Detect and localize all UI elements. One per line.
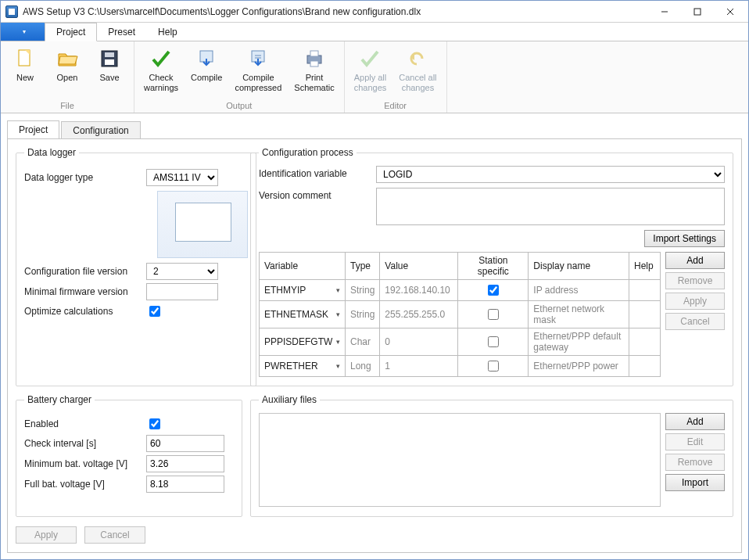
table-row[interactable]: PWRETHER▾ Long 1 Ethernet/PPP power <box>260 356 661 377</box>
undo-icon <box>405 46 430 71</box>
print-schematic-button[interactable]: Print Schematic <box>291 45 337 99</box>
min-firmware-input[interactable] <box>146 283 218 300</box>
svg-rect-13 <box>310 61 318 66</box>
idvar-label: Identification variable <box>259 166 368 179</box>
footer-cancel-button: Cancel <box>84 526 145 544</box>
ribbon-group-editor-label: Editor <box>351 99 440 113</box>
ribbon-group-file: New Open Save File <box>1 41 134 113</box>
compile-compressed-button[interactable]: Compile compressed <box>231 45 285 99</box>
page-tab-project[interactable]: Project <box>7 120 59 139</box>
menu-tab-preset[interactable]: Preset <box>97 23 147 41</box>
page-body: Data logger Data logger type AMS111 IV C… <box>7 138 742 553</box>
ribbon-group-editor: Apply all changes Cancel all changes Edi… <box>345 41 447 113</box>
menubar: Project Preset Help <box>1 23 748 41</box>
window-title: AWS Setup V3 C:\Users\marcelf\Documents\… <box>23 6 648 17</box>
chevron-down-icon[interactable]: ▾ <box>336 338 340 346</box>
vars-add-button[interactable]: Add <box>665 252 725 269</box>
compile-button[interactable]: Compile <box>188 45 225 99</box>
folder-open-icon <box>55 46 80 71</box>
vercomment-label: Version comment <box>259 188 368 201</box>
full-voltage-label: Full bat. voltage [V] <box>24 479 142 490</box>
vars-remove-button: Remove <box>665 272 725 289</box>
optimize-label: Optimize calculations <box>24 306 142 317</box>
svg-rect-8 <box>105 59 114 65</box>
printer-icon <box>302 46 327 71</box>
file-menu[interactable] <box>1 23 45 41</box>
apply-all-button: Apply all changes <box>351 45 390 99</box>
svg-rect-7 <box>105 52 114 57</box>
ribbon-group-output-label: Output <box>141 99 338 113</box>
col-type: Type <box>346 253 380 280</box>
footer-buttons: Apply Cancel <box>16 526 733 544</box>
min-voltage-input[interactable] <box>146 455 224 472</box>
group-config-process-legend: Configuration process <box>259 147 357 158</box>
open-button[interactable]: Open <box>49 45 85 99</box>
page-tabs: Project Configuration <box>1 113 748 138</box>
page-tab-configuration[interactable]: Configuration <box>61 121 140 139</box>
station-specific-checkbox[interactable] <box>488 309 499 320</box>
station-specific-checkbox[interactable] <box>488 361 499 372</box>
new-button[interactable]: New <box>7 45 43 99</box>
group-aux: Auxiliary files Add Edit Remove Import <box>250 394 733 516</box>
table-row[interactable]: PPPISDEFGTW▾ Char 0 Ethernet/PPP default… <box>260 328 661 356</box>
menu-tab-help[interactable]: Help <box>147 23 189 41</box>
check-interval-label: Check interval [s] <box>24 438 142 449</box>
optimize-checkbox[interactable] <box>149 306 160 317</box>
compile-icon <box>194 46 219 71</box>
station-specific-checkbox[interactable] <box>488 336 499 347</box>
data-logger-type-select[interactable]: AMS111 IV <box>146 169 218 186</box>
save-button[interactable]: Save <box>91 45 127 99</box>
idvar-select[interactable]: LOGID <box>376 166 725 183</box>
group-data-logger: Data logger Data logger type AMS111 IV C… <box>16 147 256 386</box>
titlebar: AWS Setup V3 C:\Users\marcelf\Documents\… <box>1 1 748 23</box>
col-value: Value <box>380 253 458 280</box>
group-config-process: Configuration process Identification var… <box>250 147 733 386</box>
minimize-button[interactable] <box>648 2 681 22</box>
cfg-file-version-label: Configuration file version <box>24 266 142 277</box>
check-interval-input[interactable] <box>146 435 224 452</box>
group-battery-legend: Battery charger <box>24 394 95 405</box>
maximize-button[interactable] <box>681 2 714 22</box>
ribbon-group-output: Check warnings Compile Compile compresse… <box>134 41 345 113</box>
device-preview-image <box>157 191 248 258</box>
chevron-down-icon[interactable]: ▾ <box>336 311 340 318</box>
col-help: Help <box>629 253 661 280</box>
check-warnings-button[interactable]: Check warnings <box>141 45 181 99</box>
station-specific-checkbox[interactable] <box>488 285 499 296</box>
data-logger-type-label: Data logger type <box>24 172 142 183</box>
vars-apply-button: Apply <box>665 293 725 310</box>
menu-tab-project[interactable]: Project <box>45 23 97 41</box>
group-data-logger-legend: Data logger <box>24 147 79 158</box>
group-battery: Battery charger Enabled Check interval [… <box>16 394 242 516</box>
compile-compressed-icon <box>245 46 271 71</box>
aux-remove-button: Remove <box>665 454 725 471</box>
footer-apply-button: Apply <box>16 526 77 544</box>
min-voltage-label: Minimum bat. voltage [V] <box>24 458 142 469</box>
cfg-file-version-select[interactable]: 2 <box>146 263 218 280</box>
check-icon <box>149 46 174 71</box>
aux-add-button[interactable]: Add <box>665 413 725 430</box>
floppy-icon <box>97 46 122 71</box>
aux-import-button[interactable]: Import <box>665 474 725 491</box>
apply-all-icon <box>357 46 382 71</box>
ribbon-group-file-label: File <box>7 99 127 113</box>
svg-rect-1 <box>694 9 701 15</box>
battery-enabled-checkbox[interactable] <box>149 418 160 429</box>
table-row[interactable]: ETHMYIP▾ String 192.168.140.10 IP addres… <box>260 280 661 301</box>
aux-files-list[interactable] <box>259 413 661 507</box>
full-voltage-input[interactable] <box>146 476 224 493</box>
vars-cancel-button: Cancel <box>665 313 725 330</box>
svg-rect-12 <box>310 51 318 56</box>
close-button[interactable] <box>714 2 747 22</box>
aux-edit-button: Edit <box>665 433 725 451</box>
app-icon <box>5 5 18 18</box>
import-settings-button[interactable]: Import Settings <box>644 230 725 247</box>
vercomment-textarea[interactable] <box>376 188 725 225</box>
chevron-down-icon[interactable]: ▾ <box>336 286 340 294</box>
app-window: AWS Setup V3 C:\Users\marcelf\Documents\… <box>0 0 749 560</box>
table-row[interactable]: ETHNETMASK▾ String 255.255.255.0 Etherne… <box>260 301 661 328</box>
ribbon: New Open Save File Check warnings <box>1 41 748 113</box>
cancel-all-button: Cancel all changes <box>396 45 439 99</box>
battery-enabled-label: Enabled <box>24 418 142 429</box>
chevron-down-icon[interactable]: ▾ <box>336 362 340 370</box>
